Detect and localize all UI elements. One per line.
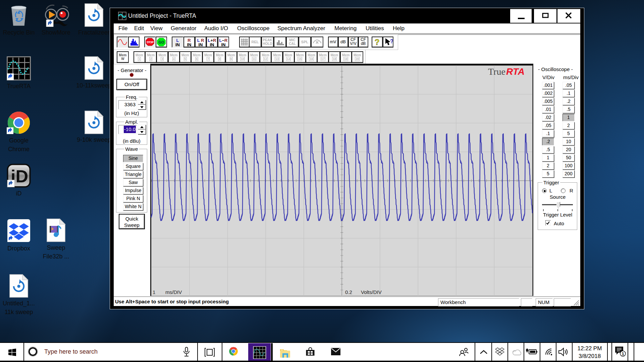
svg-text:?: ?	[390, 39, 393, 44]
svg-text:ms/DIV: ms/DIV	[165, 289, 182, 295]
svg-text:RTA: RTA	[506, 66, 525, 77]
svg-text:Volts/DIV: Volts/DIV	[361, 289, 382, 295]
svg-text:GO: GO	[158, 40, 164, 44]
svg-text:STOP: STOP	[147, 41, 154, 44]
svg-text:?: ?	[375, 38, 380, 47]
svg-text:1: 1	[622, 351, 624, 356]
svg-text:0.2: 0.2	[345, 289, 352, 295]
svg-text:True: True	[488, 66, 505, 77]
svg-text:1: 1	[153, 289, 155, 295]
